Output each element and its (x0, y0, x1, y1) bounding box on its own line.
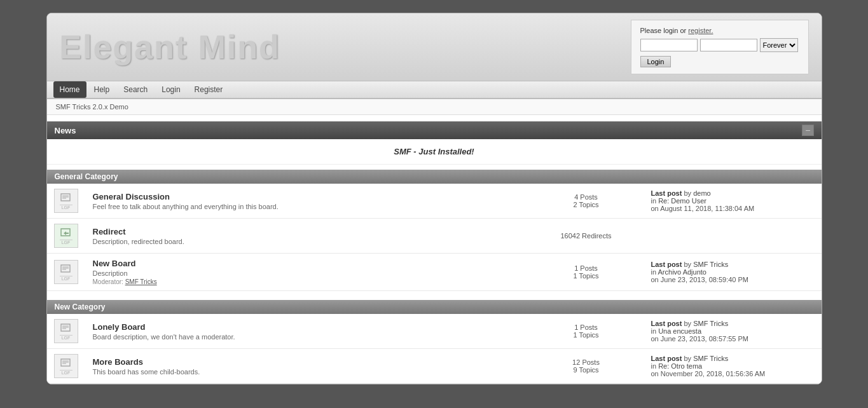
document-icon-2 (60, 263, 72, 276)
board-icon-newboard: LGF (54, 260, 78, 284)
login-button[interactable]: Login (640, 56, 672, 67)
navbar: Home Help Search Login Register (47, 81, 822, 99)
board-icon-cell-lonely: LGF (47, 314, 85, 349)
board-name-redirect[interactable]: Redirect (93, 227, 126, 236)
announcement: SMF - Just Installed! (47, 139, 822, 165)
news-category-header: News − (47, 121, 822, 139)
board-desc-lonely: Board description, we don't have a moder… (93, 333, 521, 341)
new-category-header: New Category (47, 300, 822, 314)
board-name-general[interactable]: General Discussion (93, 192, 170, 201)
board-lastpost-redirect (644, 219, 822, 254)
board-lastpost-general: Last post by demo in Re: Demo User on Au… (644, 184, 822, 219)
login-fields: Forever (640, 38, 799, 52)
board-info-lonely: Lonely Board Board description, we don't… (85, 314, 529, 349)
board-lastpost-newboard: Last post by SMF Tricks in Archivo Adjun… (644, 254, 822, 291)
document-icon-3 (60, 322, 72, 335)
new-boards-table: LGF Lonely Board Board description, we d… (47, 314, 822, 384)
board-icon-lonely: LGF (54, 319, 78, 343)
lastpost-user-more[interactable]: SMF Tricks (693, 355, 728, 362)
board-icon-redirect: LGF (54, 224, 78, 248)
board-icon-cell: LGF (47, 184, 85, 219)
nav-register[interactable]: Register (188, 81, 230, 98)
nav-login[interactable]: Login (155, 81, 186, 98)
nav-help[interactable]: Help (88, 81, 116, 98)
board-icon-general: LGF (54, 189, 78, 213)
redirect-icon (60, 227, 72, 240)
board-icon-more: LGF (54, 354, 78, 378)
site-title: Elegant Mind (60, 28, 281, 66)
board-desc-redirect: Description, redirected board. (93, 238, 521, 245)
moderator-link[interactable]: SMF Tricks (125, 278, 157, 285)
login-prompt: Please login or register. (640, 27, 799, 34)
table-row: LGF General Discussion Feel free to talk… (47, 184, 822, 219)
content: News − SMF - Just Installed! General Cat… (47, 121, 822, 384)
lastpost-user-newboard[interactable]: SMF Tricks (693, 261, 728, 268)
breadcrumb: SMF Tricks 2.0.x Demo (47, 99, 822, 115)
general-boards-table: LGF General Discussion Feel free to talk… (47, 184, 822, 291)
lastpost-topic-more[interactable]: Re: Otro tema (658, 362, 702, 370)
board-stats-redirect: 16042 Redirects (529, 219, 644, 254)
board-desc-more: This board has some child-boards. (93, 368, 521, 376)
lastpost-topic-lonely[interactable]: Una encuesta (658, 327, 701, 335)
board-icon-cell-redirect: LGF (47, 219, 85, 254)
lastpost-user-general[interactable]: demo (693, 189, 711, 197)
table-row: LGF New Board Description Moderator: SMF… (47, 254, 822, 291)
remember-select[interactable]: Forever (760, 38, 798, 52)
board-desc-general: Feel free to talk about anything and eve… (93, 203, 521, 210)
news-collapse-button[interactable]: − (802, 125, 813, 136)
news-title: News (55, 126, 76, 135)
board-info-general: General Discussion Feel free to talk abo… (85, 184, 529, 219)
board-name-newboard[interactable]: New Board (93, 259, 136, 268)
board-stats-more: 12 Posts 9 Topics (529, 349, 644, 384)
username-input[interactable] (640, 39, 698, 51)
document-icon-4 (60, 357, 72, 370)
board-lastpost-lonely: Last post by SMF Tricks in Una encuesta … (644, 314, 822, 349)
lastpost-user-lonely[interactable]: SMF Tricks (693, 320, 728, 327)
board-lastpost-more: Last post by SMF Tricks in Re: Otro tema… (644, 349, 822, 384)
table-row: LGF Lonely Board Board description, we d… (47, 314, 822, 349)
board-stats-newboard: 1 Posts 1 Topics (529, 254, 644, 291)
board-info-redirect: Redirect Description, redirected board. (85, 219, 529, 254)
document-icon (60, 192, 72, 205)
board-name-lonely[interactable]: Lonely Board (93, 322, 146, 332)
password-input[interactable] (700, 39, 757, 51)
board-moderator-newboard: Moderator: SMF Tricks (93, 278, 521, 285)
nav-home[interactable]: Home (53, 81, 86, 98)
general-category-header: General Category (47, 170, 822, 184)
table-row: LGF More Boards This board has some chil… (47, 349, 822, 384)
board-stats-general: 4 Posts 2 Topics (529, 184, 644, 219)
board-icon-cell-more: LGF (47, 349, 85, 384)
board-name-more[interactable]: More Boards (93, 357, 143, 367)
nav-search[interactable]: Search (117, 81, 154, 98)
board-desc-newboard: Description (93, 269, 521, 277)
register-link[interactable]: register. (688, 27, 713, 34)
board-info-more: More Boards This board has some child-bo… (85, 349, 529, 384)
header: Elegant Mind Please login or register. F… (47, 13, 822, 81)
board-stats-lonely: 1 Posts 1 Topics (529, 314, 644, 349)
lastpost-topic-general[interactable]: Re: Demo User (658, 197, 706, 205)
board-icon-cell-newboard: LGF (47, 254, 85, 291)
lastpost-topic-newboard[interactable]: Archivo Adjunto (658, 268, 706, 276)
login-box: Please login or register. Forever Login (631, 20, 809, 74)
board-info-newboard: New Board Description Moderator: SMF Tri… (85, 254, 529, 291)
table-row: LGF Redirect Description, redirected boa… (47, 219, 822, 254)
